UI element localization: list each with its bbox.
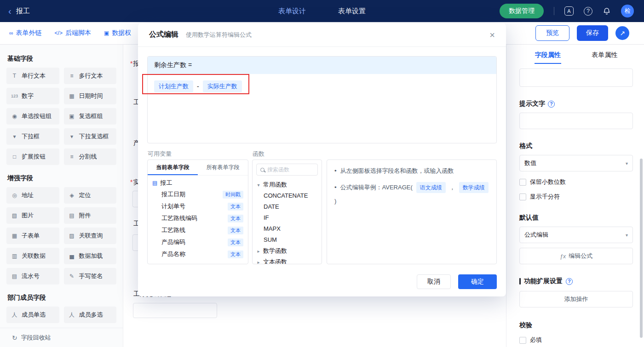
variable-row[interactable]: 工艺路线编码 文本 <box>148 212 248 224</box>
field-type-number[interactable]: 123 数字 <box>6 88 59 104</box>
function-item[interactable]: IF <box>253 212 322 223</box>
extension-help-icon[interactable]: ? <box>566 278 573 285</box>
field-type-label: 下拉复选框 <box>79 132 109 141</box>
variable-row[interactable]: 计划单号 文本 <box>148 200 248 212</box>
modal-title: 公式编辑 <box>149 30 178 40</box>
share-button[interactable]: ↗ <box>615 26 629 40</box>
field-type-multi-text[interactable]: ≡ 多行文本 <box>64 68 117 84</box>
field-type-signature[interactable]: ✎ 手写签名 <box>64 268 117 284</box>
edit-formula-button[interactable]: ƒx 编辑公式 <box>519 248 633 264</box>
function-item[interactable]: CONCATENATE <box>253 190 322 201</box>
related-data-icon: ▥ <box>11 253 18 259</box>
form-tree-root[interactable]: ▤ 报工 <box>148 176 248 188</box>
formula-field-token[interactable]: 计划生产数 <box>154 80 193 92</box>
field-title-input[interactable] <box>519 68 633 87</box>
field-type-multi-select[interactable]: ▾ 下拉复选框 <box>64 128 117 145</box>
field-type-image[interactable]: ▧ 图片 <box>6 207 59 224</box>
save-button[interactable]: 保存 <box>577 25 608 41</box>
form-external-link-label: 表单外链 <box>16 29 42 37</box>
field-type-label: 成员多选 <box>79 311 103 319</box>
preview-button[interactable]: 预览 <box>535 25 569 41</box>
add-action-button[interactable]: 添加操作 <box>519 291 633 307</box>
modal-subtitle: 使用数学运算符编辑公式 <box>186 31 252 39</box>
confirm-button[interactable]: 确定 <box>458 274 497 289</box>
extension-settings-title: 功能扩展设置 ? <box>519 277 633 285</box>
field-type-data-load[interactable]: ▅ 数据加载 <box>64 248 117 264</box>
keep-decimal-checkbox[interactable]: 保留小数位数 <box>519 178 633 186</box>
hint-text-input[interactable] <box>519 113 633 129</box>
field-type-radio-group[interactable]: ◉ 单选按钮组 <box>6 108 59 125</box>
function-group-common[interactable]: ▾ 常用函数 <box>253 179 322 190</box>
tab-form-design[interactable]: 表单设计 <box>278 7 306 16</box>
formula-field-token[interactable]: 实际生产数 <box>203 80 242 92</box>
process-status-input[interactable] <box>133 303 217 318</box>
tab-form-properties[interactable]: 表单属性 <box>576 45 633 66</box>
function-item[interactable]: SUM <box>253 234 322 245</box>
tab-all-form-fields[interactable]: 所有表单字段 <box>198 160 248 175</box>
close-icon[interactable]: × <box>489 30 495 40</box>
field-type-location[interactable]: ◈ 定位 <box>64 187 117 204</box>
field-recycle-bin[interactable]: ↻ 字段回收站 <box>0 328 123 347</box>
tab-field-properties[interactable]: 字段属性 <box>519 45 576 66</box>
thousand-separator-checkbox[interactable]: 显示千分符 <box>519 193 633 201</box>
function-search[interactable] <box>256 164 318 176</box>
basic-fields-grid: T 单行文本 ≡ 多行文本 123 数字 ▦ 日期时间 ◉ 单选按钮组 ▣ 复选… <box>6 68 116 165</box>
checkbox-icon <box>519 193 526 200</box>
toolbar-links: ∞ 表单外链 </> 后端脚本 ▣ 数据权 <box>0 29 131 37</box>
field-type-label: 关联查询 <box>79 232 103 240</box>
default-value-select[interactable]: 公式编辑 ▾ <box>519 227 633 243</box>
field-type-address[interactable]: ◎ 地址 <box>6 187 59 204</box>
backend-script-link[interactable]: </> 后端脚本 <box>55 29 91 37</box>
translate-icon[interactable]: A <box>564 6 574 16</box>
function-item[interactable]: DATE <box>253 201 322 212</box>
field-type-attachment[interactable]: ▤ 附件 <box>64 207 117 224</box>
required-mark: * <box>130 178 132 186</box>
variable-name: 工艺路线编码 <box>161 214 197 222</box>
variable-row[interactable]: 产品名称 文本 <box>148 248 248 260</box>
required-checkbox[interactable]: 必填 <box>519 336 633 344</box>
field-type-select[interactable]: ▾ 下拉框 <box>6 128 59 145</box>
formula-editor[interactable]: 剩余生产数 = 计划生产数 - 实际生产数 <box>147 56 497 143</box>
data-load-icon: ▅ <box>68 253 76 259</box>
field-type-member-single[interactable]: 人 成员单选 <box>6 307 59 323</box>
variable-name: 计划单号 <box>161 202 185 210</box>
format-select[interactable]: 数值 ▾ <box>519 155 633 171</box>
field-type-divider[interactable]: ≡ 分割线 <box>64 148 117 165</box>
chevron-down-icon: ▾ <box>256 182 261 188</box>
field-type-serial-number[interactable]: ▤ 流水号 <box>6 268 59 284</box>
field-type-lookup[interactable]: ▨ 关联查询 <box>64 228 117 244</box>
function-group-math[interactable]: ▸ 数学函数 <box>253 245 322 256</box>
variable-row[interactable]: 产品编码 文本 <box>148 236 248 248</box>
bell-icon[interactable] <box>603 7 611 15</box>
function-group-label: 数学函数 <box>263 247 287 255</box>
data-permission-link[interactable]: ▣ 数据权 <box>104 29 131 37</box>
field-type-extend-button[interactable]: □ 扩展按钮 <box>6 148 59 165</box>
field-type-label: 流水号 <box>22 272 40 280</box>
field-type-single-text[interactable]: T 单行文本 <box>6 68 59 84</box>
address-icon: ◎ <box>11 192 18 199</box>
function-group-text[interactable]: ▸ 文本函数 <box>253 256 322 264</box>
field-type-subform[interactable]: ▦ 子表单 <box>6 228 59 244</box>
help-icon[interactable]: ? <box>584 7 592 16</box>
function-search-input[interactable] <box>267 166 314 173</box>
form-external-link[interactable]: ∞ 表单外链 <box>9 29 42 37</box>
variable-row[interactable]: 工艺路线 文本 <box>148 224 248 236</box>
tab-form-settings[interactable]: 表单设置 <box>338 7 366 16</box>
field-type-related-data[interactable]: ▥ 关联数据 <box>6 248 59 264</box>
field-type-member-multi[interactable]: 人 成员多选 <box>64 307 117 323</box>
permission-icon: ▣ <box>104 30 109 36</box>
member-single-icon: 人 <box>11 311 18 319</box>
tab-current-form-fields[interactable]: 当前表单字段 <box>148 160 198 175</box>
keep-decimal-label: 保留小数位数 <box>530 178 566 186</box>
variables-tabs: 当前表单字段 所有表单字段 <box>148 160 248 176</box>
avatar[interactable]: 检 <box>621 5 634 17</box>
data-manage-button[interactable]: 数据管理 <box>500 4 544 18</box>
page-scrollbar-thumb[interactable] <box>640 159 643 338</box>
field-type-datetime[interactable]: ▦ 日期时间 <box>64 88 117 104</box>
hint-help-icon[interactable]: ? <box>548 101 555 108</box>
variable-row[interactable]: 报工日期 时间戳 <box>148 188 248 200</box>
field-type-checkbox-group[interactable]: ▣ 复选框组 <box>64 108 117 125</box>
function-item[interactable]: MAPX <box>253 223 322 234</box>
checkbox-icon <box>519 179 526 186</box>
cancel-button[interactable]: 取消 <box>417 274 451 289</box>
